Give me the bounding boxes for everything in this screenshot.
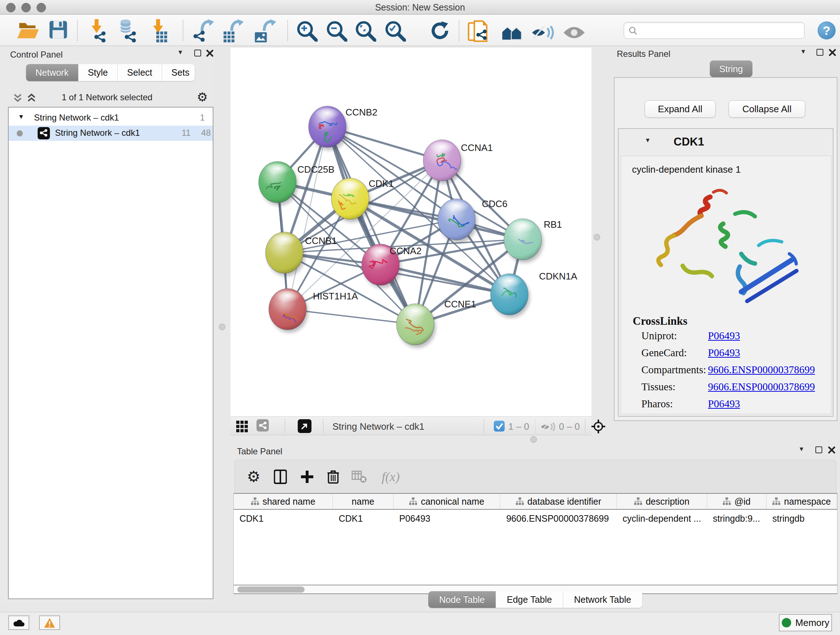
zoom-out-button[interactable] (325, 19, 351, 42)
table-row[interactable]: CDK1CDK1P064939606.ENSP00000378699cyclin… (234, 510, 837, 526)
tab-network[interactable]: Network (26, 64, 79, 81)
table-cell[interactable]: stringdb:9... (707, 510, 767, 526)
float-panel-icon[interactable] (815, 447, 822, 453)
column-label: shared name (263, 496, 316, 507)
hide-selected-button[interactable] (531, 19, 556, 42)
warning-button[interactable] (39, 616, 60, 630)
tab-edge-table[interactable]: Edge Table (496, 591, 563, 608)
close-panel-icon[interactable] (206, 50, 213, 57)
left-splitter-handle[interactable] (219, 324, 225, 330)
column-header-namespace[interactable]: namespace (767, 494, 837, 509)
graph-node-CDK1[interactable] (332, 178, 371, 222)
section-expander-icon[interactable]: ▼ (645, 137, 651, 144)
graph-node-CCNB2[interactable] (309, 106, 348, 150)
scrollbar-thumb[interactable] (237, 586, 305, 593)
import-network-file-button[interactable] (86, 19, 112, 42)
close-panel-icon[interactable] (829, 49, 836, 56)
graph-node-CCNE1[interactable] (396, 304, 436, 348)
column-header-description[interactable]: description (617, 494, 707, 509)
collapse-panel-icon[interactable]: ▼ (800, 48, 806, 55)
tab-sets[interactable]: Sets (162, 64, 195, 81)
tab-select[interactable]: Select (118, 64, 162, 81)
crosslink-link[interactable]: 9606.ENSP00000378699 (708, 364, 815, 376)
share-view-icon[interactable] (256, 419, 269, 432)
zoom-fit-button[interactable] (354, 19, 380, 42)
window-title: Session: New Session (0, 2, 840, 13)
open-session-button[interactable] (16, 19, 42, 42)
export-network-button[interactable] (191, 19, 217, 42)
expander-icon[interactable]: ▼ (18, 113, 24, 120)
crosslink-link[interactable]: 9606.ENSP00000378699 (708, 381, 815, 393)
gene-description: cyclin-dependent kinase 1 (632, 164, 741, 175)
float-panel-icon[interactable] (816, 49, 823, 56)
float-panel-icon[interactable] (194, 50, 201, 57)
refresh-view-button[interactable] (428, 19, 454, 42)
export-image-button[interactable] (253, 19, 279, 42)
crosslink-label: Pharos: (641, 398, 673, 410)
crosslink-link[interactable]: P06493 (708, 330, 740, 342)
tab-string[interactable]: String (710, 60, 752, 77)
horizontal-splitter-handle[interactable] (531, 436, 537, 443)
open-in-window-icon[interactable] (298, 419, 311, 433)
gear-icon[interactable]: ⚙ (245, 468, 262, 486)
graph-node-CDKN1A[interactable] (491, 274, 530, 318)
grid-view-icon[interactable] (236, 421, 248, 432)
column-header-canonical-name[interactable]: canonical name (393, 494, 501, 509)
close-panel-icon[interactable] (828, 447, 835, 454)
search-input[interactable] (640, 23, 799, 37)
selected-checkbox[interactable] (494, 421, 505, 432)
columns-icon[interactable] (272, 468, 289, 486)
gene-name: CDK1 (674, 135, 704, 149)
column-header-name[interactable]: name (333, 494, 393, 509)
table-cell[interactable]: cyclin-dependent ... (617, 510, 707, 526)
export-table-button[interactable] (221, 19, 247, 42)
crosslink-row: Compartments:9606.ENSP00000378699 (641, 364, 829, 381)
column-header-database-identifier[interactable]: database identifier (500, 494, 617, 509)
zoom-in-button[interactable] (295, 19, 321, 42)
tab-node-table[interactable]: Node Table (428, 591, 496, 608)
delete-column-icon[interactable] (325, 468, 342, 486)
graph-node-CCNA1[interactable] (423, 140, 463, 184)
cloud-icon (13, 618, 25, 627)
edge-count: 48 (201, 128, 211, 138)
add-column-icon[interactable] (298, 468, 316, 486)
table-cell[interactable]: 9606.ENSP00000378699 (500, 510, 617, 526)
network-collection-row[interactable]: ▼ String Network – cdk1 1 (9, 111, 213, 126)
show-all-button[interactable] (561, 19, 587, 42)
function-builder-icon: f(x) (378, 468, 403, 486)
gene-section-header[interactable]: ▼ CDK1 (619, 129, 833, 155)
crosslink-link[interactable]: P06493 (708, 347, 740, 359)
graph-node-CDC6[interactable] (438, 199, 477, 243)
collapse-all-button[interactable]: Collapse All (729, 100, 805, 118)
zoom-selected-button[interactable] (384, 19, 409, 42)
home-button[interactable] (499, 19, 525, 42)
toolbar-separator (459, 20, 459, 41)
table-cell[interactable]: CDK1 (333, 510, 393, 526)
expand-all-button[interactable]: Expand All (645, 100, 715, 118)
tab-network-table[interactable]: Network Table (563, 591, 642, 608)
tab-style[interactable]: Style (79, 64, 118, 81)
collapse-panel-icon[interactable]: ▼ (177, 49, 183, 56)
graph-node-CDC25B[interactable] (259, 162, 298, 206)
import-network-database-button[interactable] (116, 19, 142, 42)
table-cell[interactable]: P06493 (393, 510, 501, 526)
column-header-@id[interactable]: @id (707, 494, 767, 509)
gear-icon[interactable]: ⚙ (197, 91, 208, 103)
network-row-selected[interactable]: String Network – cdk1 11 48 (9, 126, 213, 141)
table-cell[interactable]: CDK1 (234, 510, 333, 526)
crosslink-link[interactable]: P06493 (708, 398, 740, 410)
clone-network-button[interactable] (467, 19, 493, 42)
hidden-eye-icon[interactable] (540, 421, 556, 432)
memory-button[interactable]: Memory (779, 614, 832, 631)
cloud-button[interactable] (8, 616, 29, 630)
column-header-shared-name[interactable]: shared name (234, 494, 333, 509)
warning-icon (44, 618, 55, 628)
import-table-file-button[interactable] (148, 19, 174, 42)
graph-node-RB1[interactable] (504, 219, 543, 263)
collapse-panel-icon[interactable]: ▼ (798, 446, 805, 453)
save-session-button[interactable] (48, 19, 74, 42)
table-cell[interactable]: stringdb (767, 510, 837, 526)
network-canvas[interactable]: CCNB2CCNA1CDC25BCDK1CDC6RB1CCNB1CCNA2CDK… (231, 47, 592, 416)
right-splitter-handle[interactable] (594, 234, 600, 241)
help-button[interactable]: ? (818, 21, 836, 40)
